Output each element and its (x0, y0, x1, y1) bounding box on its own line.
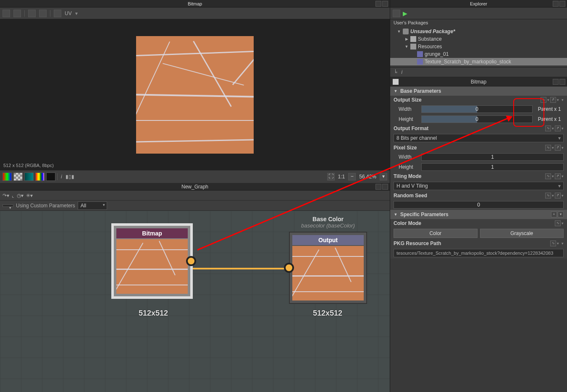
graph-tool-1[interactable]: ↷▾ (3, 193, 9, 199)
graph-tool-timer-icon[interactable]: ◷▾ (17, 193, 24, 199)
param-height: Height 0 Parent x 1 (390, 114, 567, 124)
param-color-mode-buttons: Color Grayscale (390, 227, 567, 239)
func-icon[interactable]: ∿ (555, 220, 561, 226)
height-parent-label: Parent x 1 (535, 116, 564, 122)
pixel-height-slider[interactable]: 1 (421, 163, 564, 171)
tiling-select[interactable]: H and V Tiling (394, 182, 564, 190)
rainbow-swatch-icon[interactable] (35, 172, 45, 181)
separator (50, 10, 50, 17)
dropdown-arrow-icon[interactable]: ▾ (75, 10, 78, 16)
dock-icon[interactable] (375, 184, 381, 190)
section-specific-parameters[interactable]: ▼Specific Parameters ≡ ▾ (390, 210, 567, 219)
fit-icon[interactable]: ⛶ (327, 173, 335, 180)
dock-icon[interactable] (553, 79, 559, 85)
list-icon[interactable]: ≡ (551, 212, 557, 217)
tree-item-substance[interactable]: ▶ Substance (390, 35, 567, 43)
zoom-value: 56.42% (359, 174, 376, 180)
color-button[interactable]: Color (394, 229, 478, 238)
close-panel-icon[interactable] (382, 184, 388, 190)
inherit-icon[interactable]: ↱ (555, 193, 561, 199)
node-output-size: 512x512 (289, 309, 366, 318)
param-pixel-height: Height 1 (390, 162, 567, 172)
param-pixel-width: Width 1 (390, 152, 567, 162)
inherit-icon[interactable]: ↱ (555, 173, 561, 179)
inherit-icon[interactable]: ↱ (550, 97, 556, 103)
close-panel-icon[interactable] (559, 79, 565, 85)
height-slider[interactable]: 0 (421, 115, 533, 123)
node-output[interactable]: Base Color basecolor (baseColor) Output (289, 232, 367, 304)
node-bitmap-size: 512x512 (111, 309, 195, 318)
zoom-out-icon[interactable]: − (348, 173, 356, 180)
tree-item-package[interactable]: ▼ Unsaved Package* (390, 28, 567, 35)
param-random-seed-value: 0 (390, 200, 567, 210)
node-bitmap[interactable]: Bitmap (111, 223, 193, 299)
preview-tool-2[interactable] (13, 10, 21, 17)
output-format-select[interactable]: 8 Bits per channel (394, 134, 564, 142)
preview-viewport[interactable]: 512 x 512 (RGBA, 8bpc) (0, 19, 390, 170)
zoom-dropdown-icon[interactable]: ▾ (380, 173, 387, 180)
preview-tool-4[interactable] (39, 10, 47, 17)
preview-panel-titlebar: Bitmap (0, 0, 390, 8)
package-icon (403, 29, 409, 34)
explorer-panel-titlebar: Explorer (390, 0, 567, 8)
grayscale-button[interactable]: Grayscale (480, 229, 564, 238)
node-output-input-port[interactable] (284, 263, 294, 273)
param-pkg-path-value: tesources/Texture_Scratch_by_markopolio_… (390, 248, 567, 259)
graph-tool-gear-icon[interactable]: ✳▾ (26, 193, 33, 199)
preview-tool-3[interactable] (28, 10, 36, 17)
pixel-width-slider[interactable]: 1 (421, 153, 564, 161)
inherit-icon[interactable]: ↱ (555, 145, 561, 151)
properties-panel-title: Bitmap (471, 79, 486, 85)
tree-item-grunge[interactable]: grunge_01 (390, 50, 567, 58)
section-base-parameters[interactable]: ▼Base Parameters (390, 86, 567, 96)
graph-tool-2[interactable]: ⌞ (12, 193, 14, 199)
func-icon[interactable]: ∿ (545, 145, 551, 151)
pkg-path-field[interactable]: tesources/Texture_Scratch_by_markopolio_… (394, 249, 564, 257)
filter-combo[interactable]: All (78, 201, 107, 210)
graph-canvas[interactable]: Bitmap 512x512 Base Color bas (0, 211, 390, 392)
document-icon (393, 79, 399, 85)
preview-tool-camera-icon[interactable] (54, 10, 61, 17)
node-bitmap-thumbnail (116, 239, 188, 294)
explorer-tree: ▼ Unsaved Package* ▶ Substance ▼ Resourc… (390, 26, 567, 67)
separator (24, 10, 25, 17)
save-icon[interactable] (393, 10, 400, 17)
info-icon[interactable]: i (402, 69, 403, 75)
node-output-header: Output (292, 235, 364, 245)
width-slider[interactable]: 0 (421, 105, 533, 113)
explorer-toolbar: ▶ (390, 8, 567, 19)
dock-icon[interactable] (553, 1, 559, 7)
swatch-3[interactable] (24, 172, 34, 181)
preview-status-text: 512 x 512 (RGBA, 8bpc) (3, 163, 54, 168)
graph-combo-1[interactable] (3, 204, 13, 207)
folder-icon (410, 44, 416, 50)
preview-tool-1[interactable] (3, 10, 10, 17)
func-icon[interactable]: ∿ (545, 193, 551, 199)
param-output-format-value: 8 Bits per channel (390, 133, 567, 144)
checker-swatch-icon[interactable] (13, 172, 23, 181)
close-panel-icon[interactable] (559, 1, 565, 7)
dark-swatch-icon[interactable] (46, 172, 55, 181)
menu-icon[interactable]: ▾ (558, 212, 564, 217)
func-icon[interactable]: ∿ (541, 97, 546, 103)
properties-panel-titlebar: Bitmap (390, 77, 567, 86)
play-icon[interactable]: ▶ (403, 10, 407, 17)
inherit-icon[interactable]: ↱ (555, 125, 561, 131)
node-bitmap-output-port[interactable] (186, 256, 196, 266)
close-panel-icon[interactable] (382, 1, 388, 7)
random-seed-slider[interactable]: 0 (394, 201, 564, 209)
histogram-icon[interactable]: ▮▯▮ (66, 174, 74, 180)
zoom-ratio[interactable]: 1:1 (338, 174, 345, 180)
tree-item-texture-scratch[interactable]: Texture_Scratch_by_markopolio_stock (390, 58, 567, 65)
node-edge[interactable] (190, 268, 289, 269)
tree-collapse-icon[interactable]: ╘ (394, 69, 397, 75)
rgb-swatch-icon[interactable] (3, 172, 12, 181)
func-icon[interactable]: ∿ (545, 173, 551, 179)
func-icon[interactable]: ∿ (545, 125, 551, 131)
graph-toolbar-1: ↷▾ ⌞ ◷▾ ✳▾ (0, 191, 390, 201)
func-icon[interactable]: ∿ (550, 240, 556, 246)
dock-icon[interactable] (375, 1, 381, 7)
info-icon[interactable]: i (59, 174, 64, 180)
tree-item-resources[interactable]: ▼ Resources (390, 43, 567, 50)
node-bitmap-header: Bitmap (116, 228, 188, 238)
